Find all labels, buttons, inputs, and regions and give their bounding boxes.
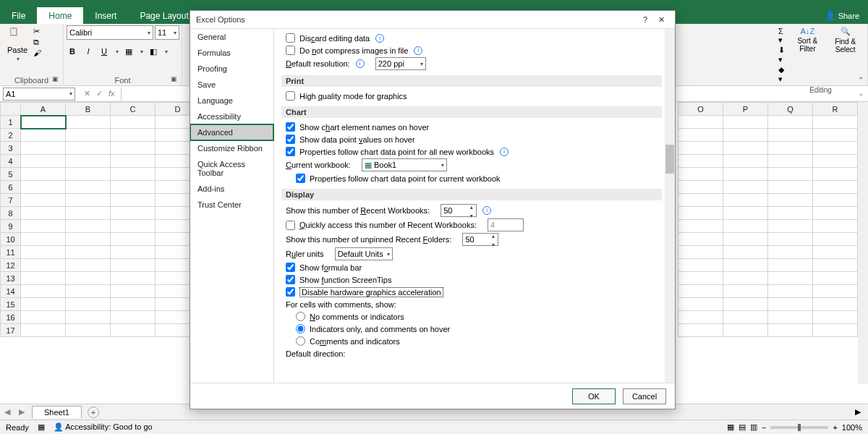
border-button[interactable]: ▦ bbox=[123, 46, 135, 57]
help-button[interactable]: ? bbox=[637, 15, 653, 24]
collapse-ribbon-icon[interactable]: ⌃ bbox=[858, 76, 864, 84]
disable-hw-accel-checkbox[interactable] bbox=[286, 287, 295, 297]
underline-button[interactable]: U bbox=[98, 46, 110, 57]
zoom-out-button[interactable]: − bbox=[762, 423, 766, 432]
launcher-icon[interactable]: ▣ bbox=[171, 75, 177, 82]
sheet-nav-next[interactable]: ▶ bbox=[14, 407, 29, 417]
chart-hover-label: Show chart element names on hover bbox=[299, 123, 429, 132]
comments-none-radio[interactable] bbox=[296, 312, 305, 321]
current-workbook-select[interactable]: ▦ Book1▾ bbox=[362, 158, 447, 171]
options-nav-proofing[interactable]: Proofing bbox=[190, 61, 273, 77]
col-header[interactable]: C bbox=[111, 103, 156, 116]
col-header[interactable]: O bbox=[678, 103, 723, 116]
quick-recent-spinner[interactable]: 4 bbox=[488, 218, 524, 231]
cancel-formula-icon[interactable]: ✕ bbox=[84, 89, 90, 98]
chart-props-all-checkbox[interactable] bbox=[286, 147, 295, 156]
options-nav-formulas[interactable]: Formulas bbox=[190, 45, 273, 61]
vertical-scrollbar[interactable] bbox=[858, 102, 868, 384]
font-name-combo[interactable]: Calibri▾ bbox=[67, 25, 153, 40]
options-nav-save[interactable]: Save bbox=[190, 77, 273, 93]
screentips-checkbox[interactable] bbox=[286, 275, 295, 284]
chart-hover-checkbox[interactable] bbox=[286, 122, 295, 132]
options-nav-quick-access-toolbar[interactable]: Quick Access Toolbar bbox=[190, 156, 273, 181]
sheet-tab[interactable]: Sheet1 bbox=[32, 406, 82, 418]
info-icon[interactable]: i bbox=[414, 46, 422, 55]
tab-file[interactable]: File bbox=[0, 7, 37, 24]
cancel-button[interactable]: Cancel bbox=[623, 388, 666, 404]
clear-icon[interactable]: ◆ ▾ bbox=[778, 65, 787, 84]
format-painter-icon[interactable]: 🖌 bbox=[33, 48, 43, 59]
info-icon[interactable]: i bbox=[356, 59, 365, 68]
add-sheet-button[interactable]: + bbox=[88, 407, 99, 418]
col-header[interactable]: Q bbox=[768, 103, 813, 116]
options-nav-general[interactable]: General bbox=[190, 29, 273, 45]
options-nav-add-ins[interactable]: Add-ins bbox=[190, 181, 273, 197]
italic-button[interactable]: I bbox=[82, 46, 94, 57]
info-icon[interactable]: i bbox=[482, 206, 491, 215]
accessibility-status[interactable]: 👤 Accessibility: Good to go bbox=[54, 422, 153, 432]
sheet-nav-prev[interactable]: ◀ bbox=[0, 407, 14, 417]
sort-filter-button[interactable]: A↓Z Sort & Filter bbox=[790, 25, 825, 54]
paste-button[interactable]: 📋 Paste ▾ bbox=[3, 25, 32, 64]
info-icon[interactable]: i bbox=[375, 34, 384, 43]
col-header[interactable]: B bbox=[66, 103, 111, 116]
view-pagelayout-icon[interactable]: ▤ bbox=[739, 422, 746, 432]
close-button[interactable]: ✕ bbox=[653, 15, 669, 25]
default-resolution-select[interactable]: 220 ppi▾ bbox=[375, 57, 426, 70]
sort-label: Sort & Filter bbox=[794, 37, 820, 53]
current-workbook-label: Current workbook: bbox=[286, 161, 351, 169]
autosum-icon[interactable]: Σ ▾ bbox=[778, 27, 787, 45]
options-nav-language[interactable]: Language bbox=[190, 93, 273, 109]
enter-formula-icon[interactable]: ✓ bbox=[96, 89, 103, 98]
recent-workbooks-spinner[interactable]: 50▲▼ bbox=[441, 204, 477, 217]
quick-recent-label: Quickly access this number of Recent Wor… bbox=[299, 221, 477, 229]
select-all[interactable] bbox=[1, 103, 21, 116]
recent-folders-spinner[interactable]: 50▲▼ bbox=[462, 233, 498, 246]
fx-icon[interactable]: fx bbox=[109, 89, 115, 98]
sort-icon: A↓Z bbox=[801, 27, 815, 35]
paste-icon: 📋 bbox=[9, 27, 26, 44]
cell[interactable] bbox=[21, 116, 66, 129]
col-header[interactable]: A bbox=[21, 103, 66, 116]
ok-button[interactable]: OK bbox=[572, 388, 616, 404]
comments-indicators-radio[interactable] bbox=[296, 324, 305, 333]
find-select-button[interactable]: 🔍 Find & Select bbox=[826, 25, 864, 55]
fill-icon[interactable]: ⬇ ▾ bbox=[778, 46, 787, 64]
view-normal-icon[interactable]: ▦ bbox=[727, 422, 734, 432]
copy-icon[interactable]: ⧉ bbox=[33, 38, 43, 48]
launcher-icon[interactable]: ▣ bbox=[52, 75, 59, 82]
share-button[interactable]: 👤 Share bbox=[817, 7, 868, 24]
comments-both-radio[interactable] bbox=[296, 336, 305, 346]
cut-icon[interactable]: ✂ bbox=[33, 27, 43, 37]
col-header[interactable]: P bbox=[723, 103, 768, 116]
chart-values-checkbox[interactable] bbox=[286, 135, 295, 144]
discard-editing-data-checkbox[interactable] bbox=[286, 33, 295, 43]
chart-props-current-label: Properties follow chart data point for c… bbox=[310, 174, 501, 183]
quick-recent-checkbox[interactable] bbox=[286, 221, 295, 230]
bold-button[interactable]: B bbox=[67, 46, 78, 57]
info-icon[interactable]: i bbox=[500, 148, 509, 156]
options-nav-accessibility[interactable]: Accessibility bbox=[190, 109, 273, 124]
options-nav-advanced[interactable]: Advanced bbox=[190, 124, 273, 140]
high-quality-print-checkbox[interactable] bbox=[286, 91, 295, 101]
chart-props-current-checkbox[interactable] bbox=[296, 174, 305, 183]
options-nav-trust-center[interactable]: Trust Center bbox=[190, 197, 273, 213]
status-bar: Ready ▦ 👤 Accessibility: Good to go ▦ ▤ … bbox=[0, 420, 868, 434]
fill-color-button[interactable]: ◧ bbox=[148, 46, 159, 57]
formula-bar-checkbox[interactable] bbox=[286, 263, 295, 272]
view-pagebreak-icon[interactable]: ▥ bbox=[750, 422, 757, 432]
tab-home[interactable]: Home bbox=[37, 7, 83, 24]
zoom-slider[interactable] bbox=[770, 426, 828, 429]
macro-icon[interactable]: ▦ bbox=[38, 422, 45, 432]
name-box[interactable]: A1▾ bbox=[3, 88, 75, 101]
tab-insert[interactable]: Insert bbox=[83, 7, 128, 24]
horizontal-scrollbar[interactable]: ▶ bbox=[674, 407, 862, 417]
font-size-combo[interactable]: 11▾ bbox=[155, 25, 179, 40]
dialog-scrollbar[interactable] bbox=[665, 29, 675, 383]
options-nav-customize-ribbon[interactable]: Customize Ribbon bbox=[190, 140, 273, 156]
row-header[interactable]: 1 bbox=[1, 116, 21, 129]
ruler-units-select[interactable]: Default Units▾ bbox=[335, 247, 393, 260]
zoom-in-button[interactable]: + bbox=[833, 423, 837, 432]
col-header[interactable]: R bbox=[813, 103, 858, 116]
no-compress-checkbox[interactable] bbox=[286, 46, 295, 55]
